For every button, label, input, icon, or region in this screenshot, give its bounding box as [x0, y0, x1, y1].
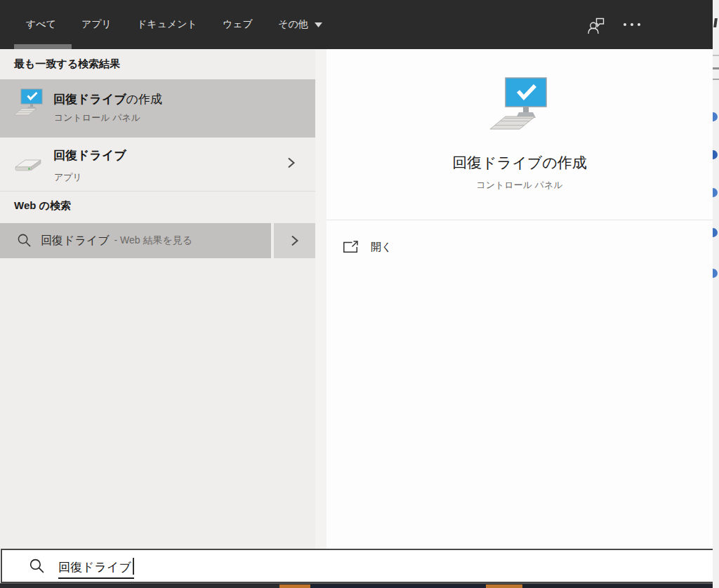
- recovery-drive-icon: [13, 88, 45, 122]
- taskbar-sliver: [0, 583, 719, 588]
- hard-drive-icon: [11, 152, 44, 180]
- panel-gutter: [315, 49, 326, 549]
- taskbar-segment: [310, 584, 486, 588]
- chevron-down-icon: [315, 22, 322, 27]
- filter-tabs: すべて アプリ ドキュメント ウェブ その他: [26, 0, 322, 49]
- tab-apps[interactable]: アプリ: [81, 18, 112, 31]
- result-subtitle: アプリ: [54, 171, 82, 184]
- tab-all[interactable]: すべて: [26, 18, 56, 31]
- section-divider: [0, 191, 326, 192]
- chevron-right-icon: [290, 234, 299, 247]
- best-match-header: 最も一致する検索結果: [14, 58, 120, 71]
- search-text: 回復ドライブ: [58, 561, 131, 574]
- detail-title: 回復ドライブの作成: [326, 153, 713, 173]
- text-cursor: [133, 558, 135, 575]
- feedback-person-icon[interactable]: [586, 15, 605, 34]
- tab-all-label: すべて: [26, 18, 56, 31]
- result-best-match[interactable]: 回復ドライブの作成 コントロール パネル: [0, 79, 315, 138]
- background-window-strip: [713, 0, 719, 588]
- taskbar-segment: [0, 584, 279, 588]
- result-title-match: 回復ドライブ: [53, 93, 126, 106]
- search-input[interactable]: 回復ドライブ: [1, 549, 715, 583]
- action-open[interactable]: 開く: [342, 234, 392, 260]
- tab-web[interactable]: ウェブ: [223, 18, 253, 31]
- search-icon: [29, 558, 45, 574]
- result-title: 回復ドライブの作成: [53, 91, 162, 107]
- active-tab-indicator: [14, 44, 72, 49]
- taskbar-segment: [522, 584, 719, 588]
- tab-more[interactable]: その他: [278, 18, 322, 31]
- tab-apps-label: アプリ: [81, 18, 112, 31]
- web-result-expand[interactable]: [274, 223, 315, 258]
- tab-more-label: その他: [278, 18, 308, 31]
- result-title-rest: の作成: [126, 93, 162, 106]
- taskbar-segment-orange: [279, 584, 310, 588]
- open-external-icon: [342, 240, 359, 254]
- result-title: 回復ドライブ: [53, 147, 126, 163]
- tab-documents[interactable]: ドキュメント: [137, 18, 197, 31]
- result-app[interactable]: 回復ドライブ アプリ: [0, 140, 315, 194]
- results-panel: 最も一致する検索結果 回復ドライブの作成 コントロール パネル: [0, 49, 315, 549]
- web-result-text: 回復ドライブ - Web 結果を見る: [41, 223, 192, 258]
- search-filter-bar: すべて アプリ ドキュメント ウェブ その他: [0, 0, 713, 49]
- search-input-value: 回復ドライブ: [58, 556, 134, 579]
- tab-documents-label: ドキュメント: [137, 18, 197, 31]
- result-web-search[interactable]: 回復ドライブ - Web 結果を見る: [0, 223, 271, 258]
- search-icon: [17, 233, 32, 248]
- taskbar-segment-orange: [486, 584, 522, 588]
- web-search-header: Web の検索: [14, 199, 71, 213]
- web-query: 回復ドライブ: [41, 234, 110, 248]
- detail-divider: [326, 220, 713, 220]
- tab-web-label: ウェブ: [223, 18, 253, 31]
- windows-search-flyout: すべて アプリ ドキュメント ウェブ その他 最も一致する検索結果: [0, 0, 719, 588]
- web-suffix: - Web 結果を見る: [114, 234, 193, 247]
- detail-panel: 回復ドライブの作成 コントロール パネル 開く: [326, 49, 713, 549]
- detail-subtitle: コントロール パネル: [326, 179, 713, 192]
- result-subtitle: コントロール パネル: [54, 112, 140, 124]
- recovery-drive-icon-large: [487, 77, 552, 138]
- chevron-right-icon[interactable]: [286, 156, 296, 169]
- more-options-icon[interactable]: [624, 23, 640, 26]
- action-open-label: 開く: [371, 241, 392, 254]
